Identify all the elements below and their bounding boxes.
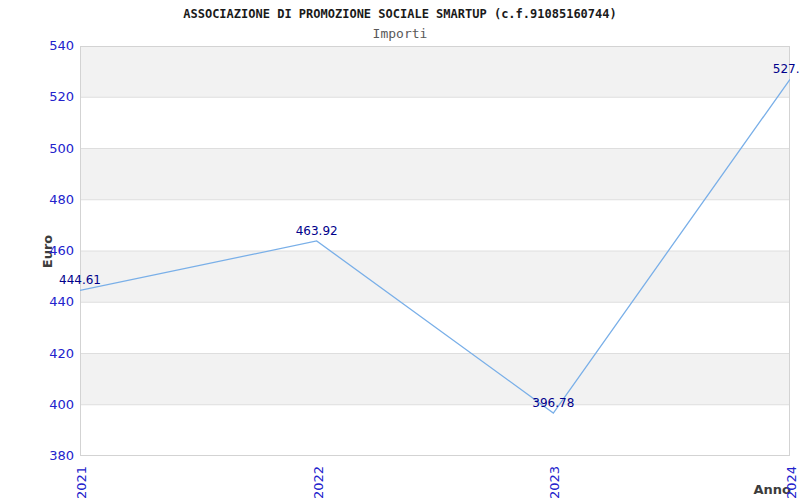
y-tick-label: 440 bbox=[38, 294, 74, 310]
y-tick-label: 420 bbox=[38, 346, 74, 362]
x-tick-label: 2023 bbox=[547, 465, 562, 500]
y-tick-label: 380 bbox=[38, 448, 74, 464]
chart-title: ASSOCIAZIONE DI PROMOZIONE SOCIALE SMART… bbox=[0, 7, 800, 21]
band bbox=[80, 149, 790, 200]
x-tick-label: 2024 bbox=[784, 465, 799, 500]
y-tick-label: 460 bbox=[38, 243, 74, 259]
point-label: 527.0 bbox=[758, 62, 800, 76]
chart-subtitle: Importi bbox=[0, 26, 800, 41]
y-tick-label: 480 bbox=[38, 192, 74, 208]
band bbox=[80, 354, 790, 405]
chart-plot-area bbox=[80, 46, 790, 456]
x-tick-label: 2022 bbox=[310, 465, 325, 500]
y-tick-label: 540 bbox=[38, 38, 74, 54]
y-tick-label: 520 bbox=[38, 89, 74, 105]
point-label: 396.78 bbox=[521, 396, 585, 410]
y-tick-label: 500 bbox=[38, 141, 74, 157]
point-label: 463.92 bbox=[285, 224, 349, 238]
band bbox=[80, 251, 790, 302]
x-tick-label: 2021 bbox=[74, 465, 89, 500]
point-label: 444.61 bbox=[48, 273, 112, 287]
chart-figure: ASSOCIAZIONE DI PROMOZIONE SOCIALE SMART… bbox=[0, 0, 800, 500]
band bbox=[80, 46, 790, 97]
y-tick-label: 400 bbox=[38, 397, 74, 413]
